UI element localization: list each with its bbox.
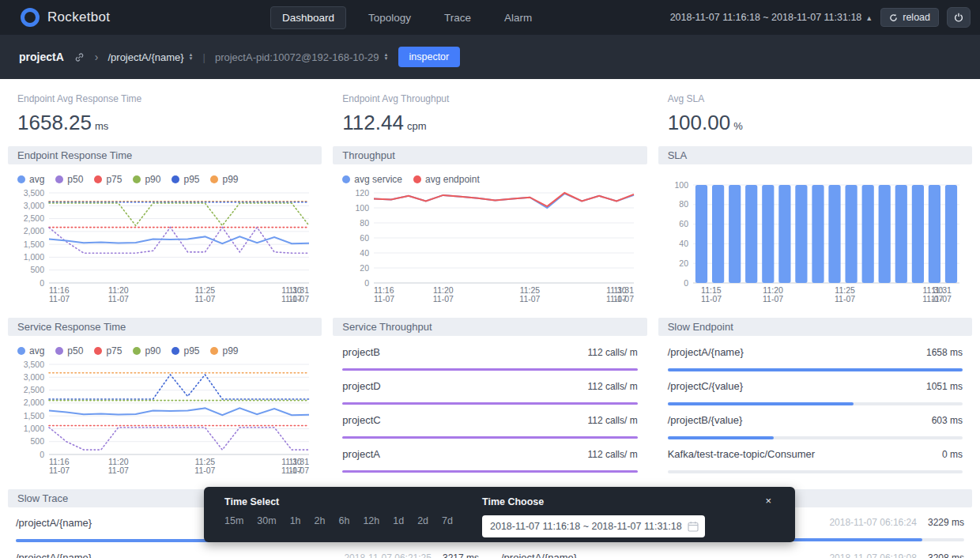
instance-select[interactable]: projectA-pid:10072@192-168-10-29 ▲▼ xyxy=(215,51,389,63)
legend-item-avg-service[interactable]: avg service xyxy=(342,174,402,185)
legend-item-p99[interactable]: p99 xyxy=(210,174,238,185)
service-name: projectD xyxy=(342,380,380,392)
slow-endpoint-row[interactable]: Kafka/test-trace-topic/Consumer0 ms xyxy=(668,439,963,473)
legend-item-p75[interactable]: p75 xyxy=(94,345,122,356)
stat-unit: cpm xyxy=(407,120,427,132)
breadcrumb-chevron: › xyxy=(95,51,99,63)
legend-item-p50[interactable]: p50 xyxy=(55,174,83,185)
time-option-1h[interactable]: 1h xyxy=(290,515,301,526)
legend-item-p75[interactable]: p75 xyxy=(94,174,122,185)
svg-text:2,000: 2,000 xyxy=(24,398,44,407)
service-name: projectB xyxy=(342,346,380,358)
slow-trace-row[interactable]: /projectA/{name}2018-11-07 06:21:253217 … xyxy=(16,542,479,558)
legend-label: p99 xyxy=(222,174,238,185)
slow-endpoint-row[interactable]: /projectC/{value}1051 ms xyxy=(668,371,963,405)
time-option-15m[interactable]: 15m xyxy=(224,515,243,526)
row-top: Kafka/test-trace-topic/Consumer0 ms xyxy=(668,448,963,460)
service-name: projectC xyxy=(342,414,380,426)
time-option-30m[interactable]: 30m xyxy=(257,515,276,526)
svg-text:1,000: 1,000 xyxy=(24,252,44,262)
instance-select-value: projectA-pid:10072@192-168-10-29 xyxy=(215,51,379,63)
time-option-7d[interactable]: 7d xyxy=(442,515,453,526)
duration-bar xyxy=(668,436,963,439)
legend-label: p75 xyxy=(106,345,122,356)
time-choose-label: Time Choose xyxy=(482,496,795,507)
legend-item-p50[interactable]: p50 xyxy=(55,345,83,356)
svg-text:11-07: 11-07 xyxy=(49,466,70,475)
inspector-button[interactable]: inspector xyxy=(398,47,461,67)
legend-item-p99[interactable]: p99 xyxy=(210,345,238,356)
panel-title: Endpoint Response Time xyxy=(8,146,322,164)
svg-text:2,500: 2,500 xyxy=(24,385,44,394)
duration-value: 1051 ms xyxy=(926,381,963,392)
time-option-2h[interactable]: 2h xyxy=(315,515,326,526)
endpoint-select[interactable]: /projectA/{name} ▲▼ xyxy=(107,51,193,63)
panel-title: Throughput xyxy=(333,146,646,164)
nav-tab-trace[interactable]: Trace xyxy=(433,7,482,28)
legend-dot-icon xyxy=(172,347,179,355)
calendar-icon xyxy=(688,521,699,532)
time-option-2d[interactable]: 2d xyxy=(417,515,428,526)
legend-dot-icon xyxy=(17,175,25,183)
throughput-row[interactable]: projectC112 calls/ m xyxy=(342,405,637,439)
legend-item-p90[interactable]: p90 xyxy=(133,174,160,185)
time-option-6h[interactable]: 6h xyxy=(338,515,349,526)
time-range-input[interactable]: 2018-11-07 11:16:18 ~ 2018-11-07 11:31:1… xyxy=(482,515,705,537)
sort-arrows-icon: ▲▼ xyxy=(189,53,194,61)
throughput-row[interactable]: projectA112 calls/ m xyxy=(342,439,637,473)
throughput-row[interactable]: projectD112 calls/ m xyxy=(342,371,637,405)
time-range-display[interactable]: 2018-11-07 11:16:18 ~ 2018-11-07 11:31:1… xyxy=(670,12,873,23)
legend-label: p90 xyxy=(145,345,160,356)
close-icon[interactable]: × xyxy=(765,495,771,507)
legend-item-avg-endpoint[interactable]: avg endpoint xyxy=(413,174,480,185)
svg-text:11-07: 11-07 xyxy=(108,466,129,475)
trace-timestamp: 2018-11-07 06:16:24 xyxy=(829,517,917,528)
legend-dot-icon xyxy=(94,347,102,355)
service_rt-chart: 05001,0001,5002,0002,5003,0003,50011:161… xyxy=(16,358,314,475)
trace-duration: 3208 ms xyxy=(928,552,964,558)
legend-label: avg service xyxy=(354,174,402,185)
svg-text:1,500: 1,500 xyxy=(24,411,44,420)
stat-unit: % xyxy=(733,120,743,132)
nav-tab-dashboard[interactable]: Dashboard xyxy=(270,6,346,29)
throughput-chart: 02040608010012011:1611-0711:2011-0711:25… xyxy=(341,187,639,304)
nav-tab-alarm[interactable]: Alarm xyxy=(493,7,543,28)
svg-text:11-07: 11-07 xyxy=(701,294,722,304)
legend-item-p95[interactable]: p95 xyxy=(172,345,199,356)
svg-text:40: 40 xyxy=(679,239,688,248)
reload-label: reload xyxy=(903,12,930,23)
svg-text:2,500: 2,500 xyxy=(24,213,44,223)
time-option-1d[interactable]: 1d xyxy=(393,515,404,526)
service-name[interactable]: projectA xyxy=(19,51,64,63)
svg-text:60: 60 xyxy=(679,219,688,228)
legend-label: avg xyxy=(29,174,44,185)
slow-endpoint-row[interactable]: /projectB/{value}603 ms xyxy=(668,405,963,439)
svg-text:2,000: 2,000 xyxy=(24,226,44,236)
legend-dot-icon xyxy=(94,175,102,183)
panel-title: Service Response Time xyxy=(8,318,322,336)
brand: Rocketbot xyxy=(9,8,270,27)
legend-item-avg[interactable]: avg xyxy=(17,174,44,185)
reload-button[interactable]: reload xyxy=(880,8,939,27)
power-button[interactable] xyxy=(947,7,971,28)
legend-dot-icon xyxy=(342,175,350,183)
slow-trace-row[interactable]: /projectA/{name}2018-11-07 06:19:083208 … xyxy=(501,542,964,558)
svg-text:20: 20 xyxy=(679,258,688,268)
svg-text:60: 60 xyxy=(360,233,370,243)
throughput-row[interactable]: projectB112 calls/ m xyxy=(342,337,637,371)
nav-tab-topology[interactable]: Topology xyxy=(357,7,422,28)
legend-item-p95[interactable]: p95 xyxy=(172,174,199,185)
legend-item-p90[interactable]: p90 xyxy=(133,345,160,356)
legend-dot-icon xyxy=(172,175,179,183)
trace-meta: 2018-11-07 06:19:083208 ms xyxy=(829,552,964,558)
svg-text:11-07: 11-07 xyxy=(194,466,215,475)
slow-endpoint-row[interactable]: /projectA/{name}1658 ms xyxy=(668,337,963,371)
time-option-12h[interactable]: 12h xyxy=(363,515,379,526)
svg-text:500: 500 xyxy=(30,436,44,446)
row-top: projectB112 calls/ m xyxy=(342,346,637,358)
stat-label: Endpoint Avg Response Time xyxy=(17,93,312,104)
legend-item-avg[interactable]: avg xyxy=(17,345,44,356)
stat-label: Avg SLA xyxy=(668,93,963,104)
chart-legend: avg serviceavg endpoint xyxy=(341,168,639,187)
stat-card: Endpoint Avg Response Time1658.25ms xyxy=(8,93,322,135)
